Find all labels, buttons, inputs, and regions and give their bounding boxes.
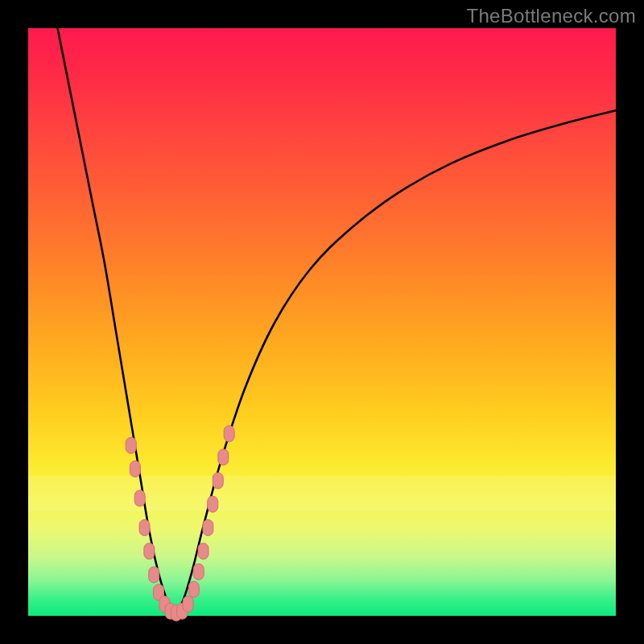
- marker-dot: [208, 496, 218, 512]
- plot-area: [28, 28, 616, 616]
- marker-dot: [224, 426, 234, 442]
- marker-dot: [188, 581, 199, 597]
- marker-dot: [198, 543, 208, 559]
- chart-svg: [28, 28, 616, 616]
- outer-frame: TheBottleneck.com: [0, 0, 644, 644]
- marker-dot: [193, 564, 204, 580]
- marker-group: [126, 426, 234, 621]
- marker-dot: [130, 461, 140, 477]
- marker-dot: [139, 520, 150, 536]
- curve-right: [175, 110, 617, 616]
- marker-dot: [126, 437, 136, 453]
- curve-left: [58, 28, 175, 616]
- marker-dot: [144, 543, 155, 559]
- marker-dot: [149, 567, 159, 583]
- marker-dot: [203, 520, 213, 536]
- marker-dot: [218, 449, 229, 465]
- marker-dot: [183, 596, 193, 612]
- marker-dot: [213, 473, 223, 489]
- watermark-text: TheBottleneck.com: [466, 5, 636, 27]
- marker-dot: [134, 490, 145, 506]
